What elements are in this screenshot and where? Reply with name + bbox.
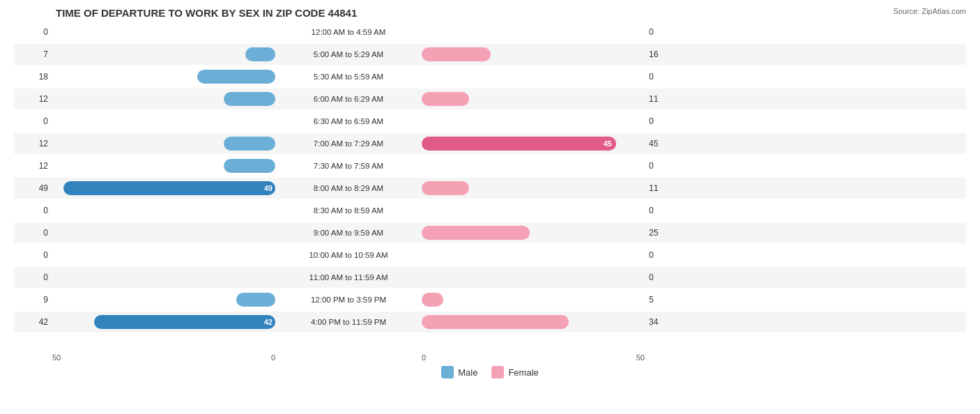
- female-value: 0: [645, 161, 683, 171]
- male-bar: 42: [94, 315, 275, 329]
- female-bar-area: [422, 293, 645, 307]
- male-bar-area: [52, 47, 275, 61]
- female-value: 25: [645, 228, 683, 238]
- time-label: 10:00 AM to 10:59 AM: [275, 251, 422, 259]
- female-value: 45: [645, 139, 683, 148]
- chart-container: TIME OF DEPARTURE TO WORK BY SEX IN ZIP …: [0, 0, 980, 414]
- female-bar: [422, 181, 469, 195]
- female-bar-area: [422, 315, 645, 329]
- male-bar-area: [52, 137, 275, 151]
- table-row: 127:30 AM to 7:59 AM0: [14, 155, 966, 176]
- male-bar: [245, 47, 275, 61]
- male-bar: [224, 137, 275, 151]
- table-row: 08:30 AM to 8:59 AM0: [14, 200, 966, 221]
- male-bar: [236, 293, 275, 307]
- axis-left: 50 0: [52, 353, 275, 362]
- chart-title: TIME OF DEPARTURE TO WORK BY SEX IN ZIP …: [14, 7, 966, 19]
- legend-female: Female: [491, 366, 538, 378]
- male-value: 0: [14, 27, 52, 37]
- female-bar: [422, 293, 443, 307]
- legend-female-label: Female: [508, 367, 538, 378]
- time-label: 8:30 AM to 8:59 AM: [275, 206, 422, 215]
- time-label: 5:00 AM to 5:29 AM: [275, 50, 422, 59]
- legend-male: Male: [441, 366, 477, 378]
- axis-left-zero: 0: [271, 353, 275, 362]
- male-bar-area: [52, 92, 275, 106]
- legend: Male Female: [14, 366, 966, 378]
- male-value: 9: [14, 295, 52, 305]
- axis-right-max: 50: [636, 353, 645, 362]
- time-label: 11:00 AM to 11:59 AM: [275, 273, 422, 282]
- female-bar-area: [422, 226, 645, 240]
- time-label: 7:00 AM to 7:29 AM: [275, 139, 422, 148]
- male-bar: [224, 92, 275, 106]
- female-value: 0: [645, 250, 683, 260]
- female-value: 11: [645, 183, 683, 193]
- male-value: 12: [14, 94, 52, 104]
- male-bar: [197, 70, 275, 84]
- table-row: 127:00 AM to 7:29 AM4545: [14, 133, 966, 154]
- source-text: Source: ZipAtlas.com: [893, 7, 966, 15]
- legend-male-label: Male: [458, 367, 477, 378]
- axis-left-max: 50: [52, 353, 61, 362]
- time-label: 5:30 AM to 5:59 AM: [275, 72, 422, 81]
- male-bar-area: 49: [52, 181, 275, 195]
- female-value: 0: [645, 27, 683, 37]
- male-bar-area: [52, 159, 275, 173]
- female-value: 5: [645, 295, 683, 305]
- time-label: 6:30 AM to 6:59 AM: [275, 117, 422, 125]
- table-row: 010:00 AM to 10:59 AM0: [14, 245, 966, 266]
- female-bar-area: [422, 181, 645, 195]
- table-row: 912:00 PM to 3:59 PM5: [14, 289, 966, 310]
- axis-right-zero: 0: [422, 353, 426, 362]
- female-value: 0: [645, 72, 683, 82]
- time-label: 7:30 AM to 7:59 AM: [275, 162, 422, 170]
- table-row: 011:00 AM to 11:59 AM0: [14, 267, 966, 288]
- time-label: 6:00 AM to 6:29 AM: [275, 95, 422, 103]
- legend-male-box: [441, 366, 454, 378]
- female-value: 0: [645, 273, 683, 282]
- table-row: 09:00 AM to 9:59 AM25: [14, 222, 966, 243]
- time-label: 8:00 AM to 8:29 AM: [275, 184, 422, 192]
- male-bar-area: 42: [52, 315, 275, 329]
- female-bar-area: [422, 92, 645, 106]
- table-row: 06:30 AM to 6:59 AM0: [14, 111, 966, 132]
- male-value: 0: [14, 250, 52, 260]
- time-label: 12:00 AM to 4:59 AM: [275, 28, 422, 36]
- axis-labels: 50 0 0 50: [14, 353, 966, 362]
- male-bar-area: [52, 293, 275, 307]
- table-row: 012:00 AM to 4:59 AM0: [14, 22, 966, 43]
- table-row: 49498:00 AM to 8:29 AM11: [14, 178, 966, 199]
- male-value: 7: [14, 49, 52, 59]
- time-label: 12:00 PM to 3:59 PM: [275, 296, 422, 304]
- time-label: 4:00 PM to 11:59 PM: [275, 318, 422, 326]
- male-value: 18: [14, 72, 52, 82]
- chart-area: 012:00 AM to 4:59 AM075:00 AM to 5:29 AM…: [14, 22, 966, 352]
- female-value: 0: [645, 206, 683, 215]
- male-value: 0: [14, 273, 52, 282]
- male-value: 42: [14, 317, 52, 327]
- legend-female-box: [491, 366, 504, 378]
- male-value: 0: [14, 206, 52, 215]
- male-value: 12: [14, 139, 52, 148]
- male-bar: [224, 159, 275, 173]
- female-bar: [422, 226, 530, 240]
- female-bar: 45: [422, 137, 616, 151]
- male-value: 12: [14, 161, 52, 171]
- male-bar: 49: [63, 181, 275, 195]
- female-value: 34: [645, 317, 683, 327]
- time-label: 9:00 AM to 9:59 AM: [275, 229, 422, 237]
- female-bar-area: [422, 47, 645, 61]
- male-value: 0: [14, 228, 52, 238]
- female-bar-area: 45: [422, 137, 645, 151]
- table-row: 42424:00 PM to 11:59 PM34: [14, 312, 966, 332]
- male-bar-area: [52, 70, 275, 84]
- table-row: 75:00 AM to 5:29 AM16: [14, 44, 966, 65]
- table-row: 126:00 AM to 6:29 AM11: [14, 89, 966, 109]
- female-value: 11: [645, 94, 683, 104]
- male-value: 0: [14, 116, 52, 126]
- female-value: 16: [645, 49, 683, 59]
- female-bar: [422, 47, 491, 61]
- axis-right: 0 50: [422, 353, 645, 362]
- male-value: 49: [14, 183, 52, 193]
